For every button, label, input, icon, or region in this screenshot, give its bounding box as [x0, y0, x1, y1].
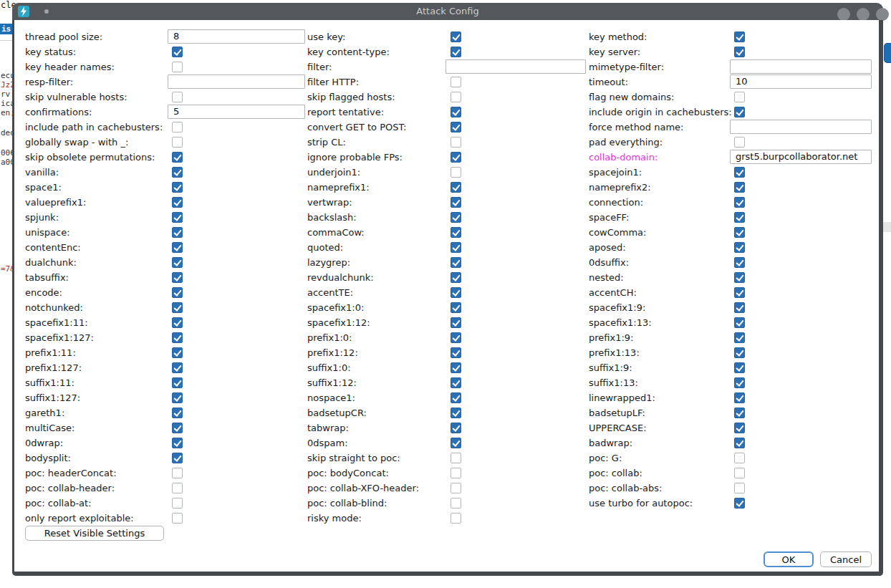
setting-checkbox-checked[interactable]: [451, 408, 461, 418]
setting-input[interactable]: [168, 105, 305, 119]
setting-checkbox-unchecked[interactable]: [451, 453, 461, 463]
setting-checkbox-checked[interactable]: [451, 257, 461, 268]
setting-checkbox-unchecked[interactable]: [734, 92, 745, 102]
setting-input[interactable]: [730, 59, 872, 74]
setting-checkbox-checked[interactable]: [734, 392, 745, 403]
setting-checkbox-checked[interactable]: [734, 408, 745, 418]
setting-checkbox-unchecked[interactable]: [451, 92, 461, 102]
setting-checkbox-checked[interactable]: [451, 122, 461, 132]
setting-checkbox-checked[interactable]: [172, 362, 183, 373]
setting-checkbox-checked[interactable]: [172, 212, 183, 223]
setting-checkbox-checked[interactable]: [172, 392, 183, 403]
setting-checkbox-checked[interactable]: [734, 242, 745, 253]
setting-checkbox-unchecked[interactable]: [172, 62, 183, 72]
setting-checkbox-checked[interactable]: [451, 212, 461, 223]
setting-checkbox-unchecked[interactable]: [451, 498, 461, 509]
setting-checkbox-checked[interactable]: [734, 32, 745, 42]
setting-checkbox-checked[interactable]: [734, 182, 745, 193]
setting-input[interactable]: [730, 74, 872, 89]
setting-checkbox-checked[interactable]: [172, 332, 183, 343]
setting-checkbox-checked[interactable]: [451, 152, 461, 163]
setting-checkbox-unchecked[interactable]: [172, 483, 183, 493]
setting-checkbox-checked[interactable]: [734, 438, 745, 448]
setting-checkbox-unchecked[interactable]: [172, 513, 183, 524]
setting-checkbox-checked[interactable]: [734, 107, 745, 117]
setting-checkbox-checked[interactable]: [451, 47, 461, 57]
setting-checkbox-checked[interactable]: [172, 257, 183, 268]
setting-checkbox-unchecked[interactable]: [734, 468, 745, 478]
reset-visible-settings-button[interactable]: Reset Visible Settings: [25, 526, 164, 541]
setting-checkbox-checked[interactable]: [734, 227, 745, 238]
setting-checkbox-checked[interactable]: [172, 377, 183, 388]
setting-checkbox-checked[interactable]: [451, 302, 461, 313]
setting-checkbox-checked[interactable]: [172, 347, 183, 358]
setting-input[interactable]: [730, 120, 872, 134]
setting-checkbox-checked[interactable]: [172, 182, 183, 193]
setting-checkbox-checked[interactable]: [172, 408, 183, 418]
setting-checkbox-checked[interactable]: [734, 287, 745, 298]
setting-checkbox-unchecked[interactable]: [451, 137, 461, 148]
setting-checkbox-checked[interactable]: [451, 332, 461, 343]
setting-checkbox-checked[interactable]: [172, 197, 183, 208]
setting-checkbox-checked[interactable]: [172, 242, 183, 253]
setting-checkbox-checked[interactable]: [172, 302, 183, 313]
setting-checkbox-checked[interactable]: [451, 197, 461, 208]
setting-checkbox-checked[interactable]: [734, 377, 745, 388]
setting-checkbox-checked[interactable]: [734, 498, 745, 509]
setting-checkbox-checked[interactable]: [451, 347, 461, 358]
setting-checkbox-unchecked[interactable]: [451, 468, 461, 478]
setting-checkbox-checked[interactable]: [451, 242, 461, 253]
setting-checkbox-checked[interactable]: [451, 32, 461, 42]
setting-checkbox-checked[interactable]: [734, 423, 745, 433]
setting-checkbox-checked[interactable]: [451, 317, 461, 328]
setting-checkbox-checked[interactable]: [451, 377, 461, 388]
setting-checkbox-checked[interactable]: [172, 317, 183, 328]
setting-checkbox-checked[interactable]: [734, 47, 745, 57]
setting-checkbox-checked[interactable]: [172, 167, 183, 178]
setting-checkbox-unchecked[interactable]: [172, 122, 183, 132]
setting-checkbox-checked[interactable]: [451, 362, 461, 373]
setting-checkbox-unchecked[interactable]: [734, 137, 745, 148]
setting-checkbox-checked[interactable]: [172, 423, 183, 433]
setting-checkbox-unchecked[interactable]: [172, 92, 183, 102]
setting-checkbox-unchecked[interactable]: [734, 453, 745, 463]
setting-checkbox-unchecked[interactable]: [451, 77, 461, 87]
setting-checkbox-checked[interactable]: [451, 423, 461, 433]
setting-checkbox-checked[interactable]: [451, 107, 461, 117]
setting-checkbox-checked[interactable]: [734, 272, 745, 283]
ok-button[interactable]: OK: [764, 551, 814, 567]
setting-input[interactable]: [730, 150, 872, 164]
setting-checkbox-checked[interactable]: [451, 438, 461, 448]
setting-checkbox-checked[interactable]: [172, 47, 183, 57]
setting-checkbox-checked[interactable]: [172, 453, 183, 463]
setting-checkbox-checked[interactable]: [172, 438, 183, 448]
setting-checkbox-unchecked[interactable]: [172, 137, 183, 148]
setting-checkbox-checked[interactable]: [734, 212, 745, 223]
setting-checkbox-checked[interactable]: [172, 152, 183, 163]
setting-checkbox-checked[interactable]: [172, 272, 183, 283]
setting-checkbox-checked[interactable]: [734, 302, 745, 313]
setting-checkbox-checked[interactable]: [451, 392, 461, 403]
setting-checkbox-checked[interactable]: [734, 167, 745, 178]
setting-checkbox-unchecked[interactable]: [734, 483, 745, 493]
setting-checkbox-checked[interactable]: [451, 182, 461, 193]
setting-checkbox-unchecked[interactable]: [172, 468, 183, 478]
setting-input[interactable]: [446, 59, 586, 74]
setting-checkbox-checked[interactable]: [734, 362, 745, 373]
setting-checkbox-checked[interactable]: [172, 227, 183, 238]
setting-checkbox-unchecked[interactable]: [451, 167, 461, 178]
setting-checkbox-checked[interactable]: [734, 197, 745, 208]
setting-input[interactable]: [168, 74, 305, 89]
setting-checkbox-checked[interactable]: [172, 287, 183, 298]
cancel-button[interactable]: Cancel: [820, 551, 872, 567]
setting-checkbox-checked[interactable]: [734, 257, 745, 268]
setting-checkbox-checked[interactable]: [734, 347, 745, 358]
setting-checkbox-checked[interactable]: [734, 332, 745, 343]
setting-input[interactable]: [168, 29, 305, 44]
setting-checkbox-checked[interactable]: [451, 227, 461, 238]
setting-checkbox-unchecked[interactable]: [451, 513, 461, 524]
setting-checkbox-checked[interactable]: [451, 287, 461, 298]
setting-checkbox-checked[interactable]: [734, 317, 745, 328]
setting-checkbox-unchecked[interactable]: [172, 498, 183, 509]
setting-checkbox-checked[interactable]: [451, 272, 461, 283]
